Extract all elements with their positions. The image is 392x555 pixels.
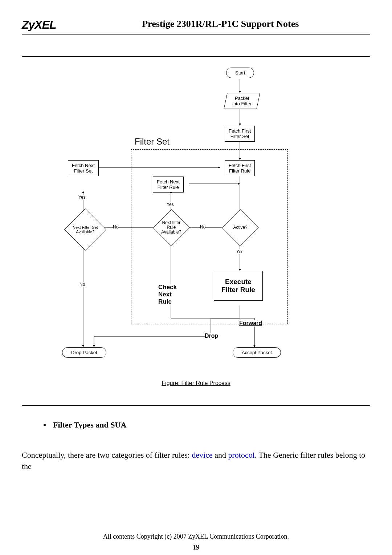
para-pre: Conceptually, there are two categories o… bbox=[22, 450, 192, 459]
brand-logo: ZyXEL bbox=[22, 18, 56, 32]
fetch-first-set-node: Fetch First Filter Set bbox=[225, 126, 255, 142]
bullet-title: Filter Types and SUA bbox=[53, 420, 126, 430]
footer-copyright: All contents Copyright (c) 2007 ZyXEL Co… bbox=[0, 533, 392, 540]
check-next-label: Check Next Rule bbox=[158, 284, 177, 305]
active-label: Active? bbox=[233, 225, 247, 230]
yes-label-1: Yes bbox=[78, 195, 86, 200]
page-header: ZyXEL Prestige 2301R/RL-P1C Support Note… bbox=[0, 0, 392, 32]
no-label-1: No bbox=[113, 224, 118, 230]
forward-label: Forward bbox=[239, 320, 262, 327]
yes-label-3: Yes bbox=[236, 249, 244, 254]
drop-packet-node: Drop Packet bbox=[62, 347, 106, 358]
device-link[interactable]: device bbox=[192, 450, 212, 459]
yes-label-2: Yes bbox=[167, 202, 174, 207]
paragraph: Conceptually, there are two categories o… bbox=[22, 450, 370, 472]
fetch-next-rule-node: Fetch Next Filter Rule bbox=[153, 177, 184, 193]
packet-into-filter-node: Packet into Filter bbox=[224, 93, 260, 109]
body-text-region: Filter Types and SUA Conceptually, there… bbox=[22, 420, 370, 472]
no-label-2: No bbox=[200, 224, 205, 230]
no-label-3: No bbox=[79, 282, 85, 287]
fetch-first-rule-node: Fetch First Filter Rule bbox=[225, 160, 255, 176]
bullet-item: Filter Types and SUA bbox=[44, 420, 370, 430]
fetch-next-set-node: Fetch Next Filter Set bbox=[68, 160, 99, 176]
next-set-label: Next Filter Set Available? bbox=[73, 225, 98, 234]
drop-label: Drop bbox=[205, 333, 218, 339]
packet-into-filter-label: Packet into Filter bbox=[232, 96, 252, 106]
execute-node: Execute Filter Rule bbox=[214, 271, 263, 301]
next-set-diamond: Next Filter Set Available? bbox=[64, 208, 106, 251]
accept-packet-node: Accept Packet bbox=[233, 347, 281, 358]
figure-caption: Figure: Filter Rule Process bbox=[22, 380, 370, 386]
header-divider bbox=[22, 34, 370, 35]
page-title: Prestige 2301R/RL-P1C Support Notes bbox=[56, 19, 370, 32]
para-mid: and bbox=[213, 450, 228, 459]
page-number: 19 bbox=[0, 544, 392, 551]
flowchart-container: Filter Set Start Packet into Filter Fetc… bbox=[22, 56, 370, 406]
filter-set-frame bbox=[131, 149, 288, 324]
bullet-dot-icon bbox=[44, 424, 46, 426]
filter-set-section-title: Filter Set bbox=[135, 137, 170, 147]
next-rule-label: Next filter Rule Available? bbox=[161, 220, 181, 235]
protocol-link[interactable]: protocol bbox=[228, 450, 255, 459]
start-node: Start bbox=[226, 68, 254, 78]
